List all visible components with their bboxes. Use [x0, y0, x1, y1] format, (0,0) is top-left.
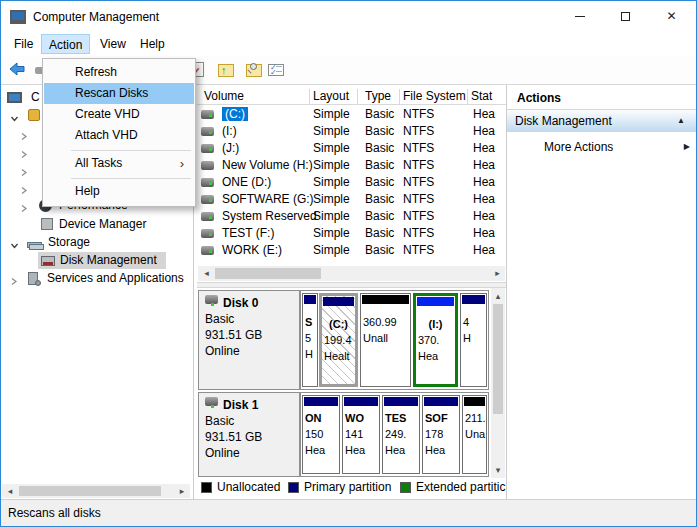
volume-status: Hea — [473, 225, 495, 242]
disk1-label[interactable]: Disk 1 Basic 931.51 GB Online — [198, 392, 300, 477]
actions-pane: Actions Disk Management ▲ More Actions ▶ — [507, 85, 697, 499]
menu-item-attach-vhd[interactable]: Attach VHD — [44, 125, 194, 146]
table-row[interactable]: System Reserved Simple Basic NTFS Hea — [197, 208, 506, 225]
volume-fs: NTFS — [403, 225, 434, 242]
volume-list-horizontal-scrollbar[interactable]: ◂ ▸ — [198, 266, 505, 281]
scroll-left-icon[interactable]: ◂ — [200, 266, 213, 281]
partition-color-bar — [362, 295, 409, 304]
volume-name: (C:) — [222, 106, 248, 123]
submenu-arrow-icon: › — [180, 153, 184, 174]
partition-color-bar — [304, 397, 338, 406]
disk0-label[interactable]: Disk 0 Basic 931.51 GB Online — [198, 290, 300, 390]
volume-name: WORK (E:) — [222, 242, 282, 259]
column-file-system[interactable]: File System — [403, 87, 466, 105]
table-row[interactable]: TEST (F:) Simple Basic NTFS Hea — [197, 225, 506, 242]
table-row[interactable]: SOFTWARE (G:) Simple Basic NTFS Hea — [197, 191, 506, 208]
more-actions-item[interactable]: More Actions ▶ — [507, 137, 697, 157]
volume-layout: Simple — [313, 225, 350, 242]
partition-work[interactable]: WO 141 Hea — [342, 395, 380, 474]
volume-type: Basic — [365, 106, 394, 123]
table-row[interactable]: New Volume (H:) Simple Basic NTFS Hea — [197, 157, 506, 174]
legend-label: Unallocated — [217, 479, 280, 496]
disk-management-icon — [41, 254, 55, 271]
scroll-up-icon[interactable]: ▴ — [491, 289, 505, 303]
scroll-right-icon[interactable]: ▸ — [176, 484, 188, 498]
scrollbar-thumb[interactable] — [215, 268, 321, 279]
menu-file[interactable]: File — [7, 34, 40, 54]
volume-icon — [201, 229, 214, 238]
volume-status: Hea — [473, 191, 495, 208]
export-folder-icon[interactable]: ↑ — [215, 59, 237, 81]
column-layout[interactable]: Layout — [313, 87, 349, 105]
menu-item-help[interactable]: Help — [44, 181, 194, 202]
system-tools-icon — [28, 109, 40, 126]
menu-view[interactable]: View — [93, 34, 133, 54]
scroll-down-icon[interactable]: ▾ — [491, 463, 505, 477]
column-volume[interactable]: Volume — [204, 87, 244, 105]
disk-icon — [205, 397, 218, 406]
menu-help[interactable]: Help — [133, 34, 172, 54]
volume-status: Hea — [473, 174, 495, 191]
volume-icon — [201, 161, 214, 170]
column-status[interactable]: Stat — [471, 87, 492, 105]
partition-software[interactable]: SOF 178 Hea — [422, 395, 460, 474]
menu-item-refresh[interactable]: Refresh — [44, 62, 194, 83]
collapse-icon[interactable]: ▲ — [677, 110, 685, 132]
scroll-left-icon[interactable]: ◂ — [4, 484, 16, 498]
volume-fs: NTFS — [403, 123, 434, 140]
menu-item-rescan-disks[interactable]: Rescan Disks — [44, 83, 194, 104]
table-row[interactable]: (J:) Simple Basic NTFS Hea — [197, 140, 506, 157]
partition-c[interactable]: (C:) 199.4 Healt — [319, 293, 358, 387]
tree-item-device-manager[interactable]: Device Manager — [1, 216, 191, 233]
disk-pane-vertical-scrollbar[interactable]: ▴ ▾ — [491, 288, 505, 478]
menu-item-create-vhd[interactable]: Create VHD — [44, 104, 194, 125]
volume-layout: Simple — [313, 123, 350, 140]
find-folder-icon[interactable] — [243, 59, 265, 81]
volume-name: (J:) — [222, 140, 239, 157]
table-row[interactable]: ONE (D:) Simple Basic NTFS Hea — [197, 174, 506, 191]
tree-horizontal-scrollbar[interactable]: ◂ ▸ — [2, 484, 190, 498]
partition-one[interactable]: ON 150 Hea — [302, 395, 340, 474]
volume-fs: NTFS — [403, 242, 434, 259]
scrollbar-thumb[interactable] — [493, 304, 503, 414]
pane-splitter[interactable] — [197, 282, 506, 288]
tree-item-storage[interactable]: Storage — [1, 234, 191, 251]
chevron-right-icon[interactable] — [10, 274, 18, 291]
minimize-button[interactable] — [557, 1, 602, 32]
scroll-right-icon[interactable]: ▸ — [491, 266, 504, 281]
column-type[interactable]: Type — [365, 87, 391, 105]
partition-i[interactable]: (I:) 370. Hea — [413, 293, 458, 387]
tree-item-label: Storage — [48, 234, 90, 251]
list-options-icon[interactable]: ✓ ✓ — [265, 59, 287, 81]
actions-pane-title: Actions — [517, 91, 561, 105]
actions-section-disk-management[interactable]: Disk Management ▲ — [507, 110, 697, 132]
menu-action[interactable]: Action — [41, 34, 90, 54]
volume-type: Basic — [365, 157, 394, 174]
table-row[interactable]: (C:) Simple Basic NTFS Hea — [197, 106, 506, 123]
partition-unallocated-2[interactable]: 211. Una — [462, 395, 487, 474]
partition-test[interactable]: TES 249. Hea — [382, 395, 420, 474]
partition-color-bar — [417, 297, 454, 306]
volume-type: Basic — [365, 208, 394, 225]
back-icon[interactable] — [6, 59, 28, 81]
tree-item-services-applications[interactable]: Services and Applications — [1, 270, 191, 287]
close-button[interactable]: ✕ — [649, 1, 694, 32]
partition-j[interactable]: 4 H — [460, 293, 487, 387]
menu-item-all-tasks[interactable]: All Tasks› — [44, 153, 194, 174]
volume-name: System Reserved — [222, 208, 317, 225]
partition-unallocated[interactable]: 360.99 Unall — [360, 293, 411, 387]
title-bar[interactable]: Computer Management ✕ — [1, 1, 696, 33]
table-row[interactable]: WORK (E:) Simple Basic NTFS Hea — [197, 242, 506, 259]
maximize-button[interactable] — [603, 1, 648, 32]
volume-layout: Simple — [313, 208, 350, 225]
table-row[interactable]: (I:) Simple Basic NTFS Hea — [197, 123, 506, 140]
volume-name: SOFTWARE (G:) — [222, 191, 314, 208]
partition-system-reserved[interactable]: S 5 H — [302, 293, 318, 387]
volume-status: Hea — [473, 106, 495, 123]
extended-partition-swatch — [400, 482, 411, 493]
partition-color-bar — [323, 297, 354, 306]
tree-item-disk-management[interactable]: Disk Management — [1, 252, 191, 269]
scrollbar-thumb[interactable] — [19, 486, 161, 496]
volume-status: Hea — [473, 157, 495, 174]
volume-layout: Simple — [313, 140, 350, 157]
